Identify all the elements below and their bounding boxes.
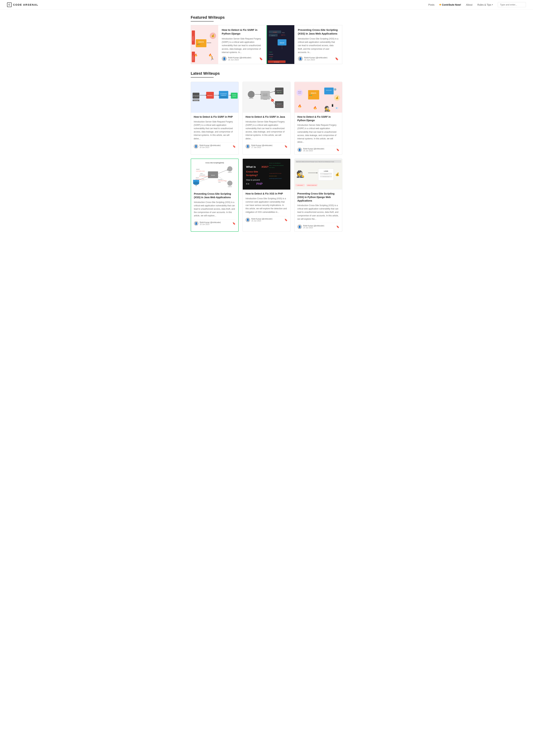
svg-text:Cross Site Scripting(XSS): Cross Site Scripting(XSS)	[205, 162, 224, 164]
bookmark-icon-2[interactable]: 🔖	[335, 57, 339, 61]
svg-text:Comme: Comme	[269, 54, 273, 55]
author-date-card-0: 18 Jun 2023	[200, 147, 221, 148]
avatar-card-5: 👤	[297, 225, 302, 229]
article-card-2-title: How to Detect & Fix SSRF in Python Djang…	[297, 115, 339, 122]
author-date-card-5: 14 Jun 2023	[303, 227, 324, 229]
bookmark-card-2[interactable]: 🔖	[336, 148, 339, 151]
svg-rect-3	[196, 39, 207, 47]
article-card-1-meta: 👤 Rohit Kumar (@rohitcoder) 17 Jun 2023 …	[245, 143, 288, 149]
logo[interactable]: C CODE ARSENAL	[7, 2, 38, 7]
featured-card-2-image: Server <script> text=<s <html> Comme <sc…	[267, 25, 295, 64]
nav-about[interactable]: About	[466, 3, 472, 6]
svg-point-78	[309, 95, 310, 96]
svg-text:Application: Application	[263, 95, 267, 96]
contribute-dot	[439, 4, 441, 6]
main-content: Featured Writeups FIREWALL WEBSITE	[187, 10, 346, 237]
svg-text:text=<s: text=<s	[281, 34, 285, 36]
featured-card-1-meta: 👤 Rohit Kumar (@rohitcoder) 16 Jun 2023 …	[222, 56, 263, 61]
article-card-1-title: How to Detect & Fix SSRF in Java	[245, 115, 288, 119]
article-card-0-image: ATTACKER ATTACKER FIREWALL VULNERABLE WE…	[191, 82, 238, 113]
svg-text:POST /: POST /	[200, 173, 203, 174]
nav-contribute[interactable]: Contribute Now!	[439, 3, 461, 6]
svg-text:● Wire transfer: ● Wire transfer	[297, 185, 303, 186]
featured-cards-row: FIREWALL WEBSITE 💰 🔥	[191, 25, 342, 64]
svg-rect-62	[275, 101, 283, 108]
svg-text:(illegitimate call): (illegitimate call)	[276, 105, 283, 106]
article-card-3-title: Preventing Cross-Site Scripting (XSS) in…	[194, 192, 236, 199]
svg-rect-42	[220, 96, 227, 98]
article-card-5-meta: 👤 Rohit Kumar (@rohitcoder) 14 Jun 2023 …	[297, 223, 339, 229]
featured-card-1-title: How to Detect & Fix SSRF in Python Djang…	[222, 28, 263, 36]
svg-text:Comments:: Comments:	[218, 179, 222, 180]
svg-text:}: }	[269, 169, 269, 170]
article-card-2-desc: Introduction Server-Side Request Forgery…	[297, 123, 339, 144]
svg-text:Internal system: Internal system	[326, 90, 332, 91]
featured-card-1[interactable]: FIREWALL WEBSITE 💰 🔥	[191, 25, 266, 64]
svg-text:ATTACKER: ATTACKER	[193, 95, 199, 96]
article-card-3-desc: Introduction Cross-Site Scripting (XSS) …	[194, 201, 236, 218]
article-card-1-image: Attacker Vulnerable Application Firewall…	[243, 82, 290, 113]
article-card-3[interactable]: Cross Site Scripting(XSS) DB Server	[191, 159, 238, 232]
article-card-5[interactable]: https://secure-website.com/comment?messa…	[295, 159, 342, 232]
article-card-0[interactable]: ATTACKER ATTACKER FIREWALL VULNERABLE WE…	[191, 82, 238, 155]
article-card-1[interactable]: Attacker Vulnerable Application Firewall…	[242, 82, 291, 155]
svg-text:Server: Server	[280, 42, 285, 44]
article-card-2[interactable]: 3rd party systems WEBSITE Internal syste…	[295, 82, 342, 155]
bookmark-card-4[interactable]: 🔖	[285, 218, 288, 221]
svg-text:🔥: 🔥	[298, 104, 302, 108]
svg-point-7	[200, 44, 201, 45]
featured-card-2-content: Preventing Cross-Site Scripting (XSS) in…	[295, 25, 342, 64]
avatar-2: 👤	[298, 56, 303, 61]
svg-text:<html>: <html>	[269, 51, 272, 53]
svg-text:comment.php?: comment.php?	[200, 175, 205, 176]
author-name-card-3: Rohit Kumar (@rohitcoder)	[200, 222, 221, 223]
avatar-card-3: 👤	[194, 221, 198, 226]
svg-point-80	[312, 95, 313, 96]
svg-text:<script>: <script>	[273, 32, 277, 33]
svg-text:Vulnerable: Vulnerable	[263, 94, 267, 94]
nav-posts[interactable]: Posts	[428, 3, 435, 6]
article-card-3-image: Cross Site Scripting(XSS) DB Server	[191, 159, 238, 190]
svg-text:systems: systems	[298, 93, 301, 94]
svg-text:DB: DB	[195, 185, 197, 186]
article-card-3-body: Preventing Cross-Site Scripting (XSS) in…	[191, 190, 238, 228]
bookmark-card-1[interactable]: 🔖	[285, 145, 288, 148]
article-card-2-body: How to Detect & Fix SSRF in Python Djang…	[295, 113, 342, 154]
featured-divider	[191, 21, 213, 21]
author-name-card-4: Rohit Kumar (@rohitcoder)	[251, 218, 272, 220]
latest-title: Latest Writeups	[191, 71, 342, 76]
bookmark-icon-1[interactable]: 🔖	[259, 57, 263, 61]
author-date-card-3: 15 Jun 2023	[200, 223, 221, 225]
svg-text:🕵️: 🕵️	[296, 170, 305, 178]
author-date-card-2: 16 Jun 2023	[303, 150, 324, 152]
svg-text:localStorage.getItem('token'): localStorage.getItem('token')	[269, 178, 282, 179]
svg-text:3rd party: 3rd party	[298, 91, 301, 92]
search-input[interactable]	[498, 2, 526, 7]
author-date-1: 16 Jun 2023	[228, 59, 251, 61]
article-card-0-desc: Introduction Server-Side Request Forgery…	[194, 120, 236, 140]
svg-text:SERVER: SERVER	[233, 96, 236, 97]
svg-text:text=<s: text=<s	[271, 35, 275, 36]
svg-text:WEBSITE: WEBSITE	[221, 95, 226, 96]
nav-rules-tips[interactable]: Rules & Tips ▾	[477, 3, 493, 6]
svg-text:<script>alert(1);</script>: <script>alert(1);</script>	[196, 171, 205, 172]
svg-point-95	[193, 181, 199, 185]
svg-text:How to prevent: How to prevent	[246, 179, 260, 181]
featured-card-2[interactable]: Server <script> text=<s <html> Comme <sc…	[266, 25, 342, 64]
avatar-card-1: 👤	[245, 144, 250, 149]
bookmark-card-0[interactable]: 🔖	[233, 145, 236, 148]
svg-text:PHP: PHP	[256, 182, 263, 185]
bookmark-card-3[interactable]: 🔖	[233, 222, 236, 225]
bookmark-card-5[interactable]: 🔖	[336, 225, 339, 228]
author-date-2: 15 Jun 2023	[304, 59, 327, 61]
svg-text:<html>: <html>	[269, 58, 272, 60]
article-card-1-desc: Introduction Server-Side Request Forgery…	[245, 120, 288, 140]
svg-text:Sensitive data: Sensitive data	[323, 176, 329, 177]
svg-text:(legit call): (legit call)	[277, 92, 281, 93]
article-card-4[interactable]: What is XSS? Cross-Site Scripting? How t…	[242, 159, 291, 232]
author-name-2: Rohit Kumar (@rohitcoder)	[304, 57, 327, 59]
svg-text:FIREWALL: FIREWALL	[207, 95, 213, 96]
svg-text:INSERT: INSERT	[196, 169, 200, 170]
svg-text:WEBSITE: WEBSITE	[311, 93, 316, 94]
svg-text:💰: 💰	[211, 34, 215, 37]
